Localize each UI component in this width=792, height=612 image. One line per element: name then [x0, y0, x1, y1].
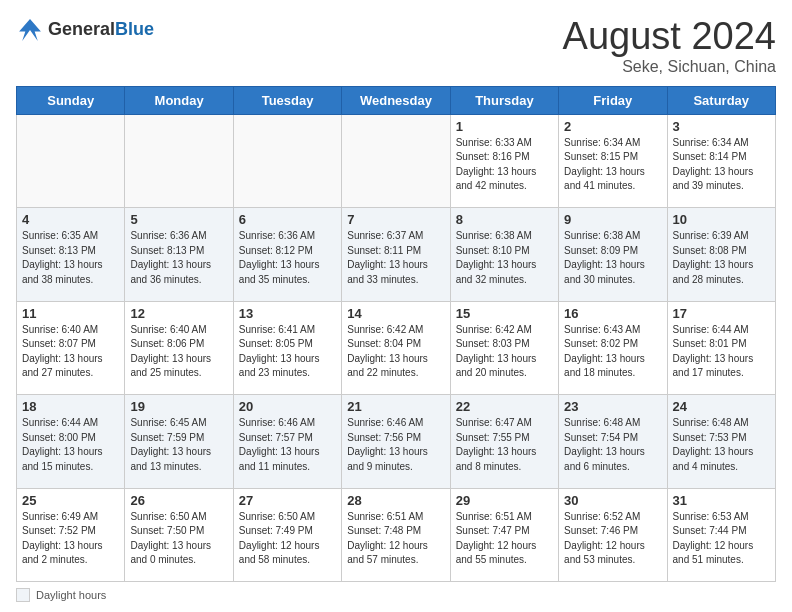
- day-info: Sunrise: 6:45 AM Sunset: 7:59 PM Dayligh…: [130, 416, 227, 474]
- day-info: Sunrise: 6:41 AM Sunset: 8:05 PM Dayligh…: [239, 323, 336, 381]
- day-number: 1: [456, 119, 553, 134]
- day-number: 27: [239, 493, 336, 508]
- day-number: 3: [673, 119, 770, 134]
- calendar-cell: 23Sunrise: 6:48 AM Sunset: 7:54 PM Dayli…: [559, 395, 667, 488]
- logo-general-text: General: [48, 19, 115, 39]
- calendar-week-4: 18Sunrise: 6:44 AM Sunset: 8:00 PM Dayli…: [17, 395, 776, 488]
- day-number: 9: [564, 212, 661, 227]
- day-number: 13: [239, 306, 336, 321]
- day-info: Sunrise: 6:51 AM Sunset: 7:48 PM Dayligh…: [347, 510, 444, 568]
- page-header: GeneralBlue August 2024 Seke, Sichuan, C…: [16, 16, 776, 76]
- day-number: 28: [347, 493, 444, 508]
- day-number: 12: [130, 306, 227, 321]
- day-number: 29: [456, 493, 553, 508]
- day-info: Sunrise: 6:34 AM Sunset: 8:15 PM Dayligh…: [564, 136, 661, 194]
- day-info: Sunrise: 6:40 AM Sunset: 8:07 PM Dayligh…: [22, 323, 119, 381]
- calendar-cell: 30Sunrise: 6:52 AM Sunset: 7:46 PM Dayli…: [559, 488, 667, 581]
- day-info: Sunrise: 6:33 AM Sunset: 8:16 PM Dayligh…: [456, 136, 553, 194]
- day-info: Sunrise: 6:52 AM Sunset: 7:46 PM Dayligh…: [564, 510, 661, 568]
- day-number: 6: [239, 212, 336, 227]
- day-number: 15: [456, 306, 553, 321]
- month-title: August 2024: [563, 16, 776, 58]
- calendar-cell: 7Sunrise: 6:37 AM Sunset: 8:11 PM Daylig…: [342, 208, 450, 301]
- day-info: Sunrise: 6:44 AM Sunset: 8:01 PM Dayligh…: [673, 323, 770, 381]
- day-info: Sunrise: 6:34 AM Sunset: 8:14 PM Dayligh…: [673, 136, 770, 194]
- calendar-cell: 16Sunrise: 6:43 AM Sunset: 8:02 PM Dayli…: [559, 301, 667, 394]
- day-info: Sunrise: 6:50 AM Sunset: 7:50 PM Dayligh…: [130, 510, 227, 568]
- calendar-header-tuesday: Tuesday: [233, 86, 341, 114]
- calendar-cell: 13Sunrise: 6:41 AM Sunset: 8:05 PM Dayli…: [233, 301, 341, 394]
- calendar-cell: [342, 114, 450, 207]
- calendar-header-friday: Friday: [559, 86, 667, 114]
- svg-marker-0: [19, 19, 41, 41]
- calendar-cell: 20Sunrise: 6:46 AM Sunset: 7:57 PM Dayli…: [233, 395, 341, 488]
- day-info: Sunrise: 6:37 AM Sunset: 8:11 PM Dayligh…: [347, 229, 444, 287]
- calendar-cell: [17, 114, 125, 207]
- calendar-cell: 5Sunrise: 6:36 AM Sunset: 8:13 PM Daylig…: [125, 208, 233, 301]
- footer-label: Daylight hours: [36, 589, 106, 601]
- day-info: Sunrise: 6:44 AM Sunset: 8:00 PM Dayligh…: [22, 416, 119, 474]
- day-info: Sunrise: 6:53 AM Sunset: 7:44 PM Dayligh…: [673, 510, 770, 568]
- day-info: Sunrise: 6:48 AM Sunset: 7:53 PM Dayligh…: [673, 416, 770, 474]
- day-number: 11: [22, 306, 119, 321]
- logo: GeneralBlue: [16, 16, 154, 44]
- day-number: 14: [347, 306, 444, 321]
- calendar-table: SundayMondayTuesdayWednesdayThursdayFrid…: [16, 86, 776, 582]
- day-info: Sunrise: 6:39 AM Sunset: 8:08 PM Dayligh…: [673, 229, 770, 287]
- calendar-header-thursday: Thursday: [450, 86, 558, 114]
- calendar-cell: 12Sunrise: 6:40 AM Sunset: 8:06 PM Dayli…: [125, 301, 233, 394]
- logo-blue-text: Blue: [115, 19, 154, 39]
- footer-shade-box: [16, 588, 30, 602]
- calendar-cell: 25Sunrise: 6:49 AM Sunset: 7:52 PM Dayli…: [17, 488, 125, 581]
- calendar-cell: 29Sunrise: 6:51 AM Sunset: 7:47 PM Dayli…: [450, 488, 558, 581]
- day-number: 8: [456, 212, 553, 227]
- day-number: 2: [564, 119, 661, 134]
- day-number: 24: [673, 399, 770, 414]
- location: Seke, Sichuan, China: [563, 58, 776, 76]
- calendar-cell: [233, 114, 341, 207]
- calendar-header-wednesday: Wednesday: [342, 86, 450, 114]
- title-block: August 2024 Seke, Sichuan, China: [563, 16, 776, 76]
- day-number: 17: [673, 306, 770, 321]
- day-info: Sunrise: 6:35 AM Sunset: 8:13 PM Dayligh…: [22, 229, 119, 287]
- day-number: 16: [564, 306, 661, 321]
- day-number: 23: [564, 399, 661, 414]
- day-number: 5: [130, 212, 227, 227]
- calendar-cell: 8Sunrise: 6:38 AM Sunset: 8:10 PM Daylig…: [450, 208, 558, 301]
- calendar-cell: 22Sunrise: 6:47 AM Sunset: 7:55 PM Dayli…: [450, 395, 558, 488]
- calendar-cell: 4Sunrise: 6:35 AM Sunset: 8:13 PM Daylig…: [17, 208, 125, 301]
- calendar-week-5: 25Sunrise: 6:49 AM Sunset: 7:52 PM Dayli…: [17, 488, 776, 581]
- day-number: 21: [347, 399, 444, 414]
- day-info: Sunrise: 6:46 AM Sunset: 7:57 PM Dayligh…: [239, 416, 336, 474]
- calendar-header-row: SundayMondayTuesdayWednesdayThursdayFrid…: [17, 86, 776, 114]
- day-info: Sunrise: 6:36 AM Sunset: 8:13 PM Dayligh…: [130, 229, 227, 287]
- calendar-header-monday: Monday: [125, 86, 233, 114]
- calendar-cell: 27Sunrise: 6:50 AM Sunset: 7:49 PM Dayli…: [233, 488, 341, 581]
- day-number: 22: [456, 399, 553, 414]
- day-info: Sunrise: 6:46 AM Sunset: 7:56 PM Dayligh…: [347, 416, 444, 474]
- calendar-header-saturday: Saturday: [667, 86, 775, 114]
- day-info: Sunrise: 6:48 AM Sunset: 7:54 PM Dayligh…: [564, 416, 661, 474]
- day-number: 4: [22, 212, 119, 227]
- calendar-cell: 28Sunrise: 6:51 AM Sunset: 7:48 PM Dayli…: [342, 488, 450, 581]
- footer: Daylight hours: [16, 588, 776, 602]
- calendar-cell: 24Sunrise: 6:48 AM Sunset: 7:53 PM Dayli…: [667, 395, 775, 488]
- day-number: 30: [564, 493, 661, 508]
- day-number: 25: [22, 493, 119, 508]
- day-number: 10: [673, 212, 770, 227]
- calendar-week-1: 1Sunrise: 6:33 AM Sunset: 8:16 PM Daylig…: [17, 114, 776, 207]
- day-info: Sunrise: 6:51 AM Sunset: 7:47 PM Dayligh…: [456, 510, 553, 568]
- day-number: 18: [22, 399, 119, 414]
- day-number: 19: [130, 399, 227, 414]
- day-info: Sunrise: 6:49 AM Sunset: 7:52 PM Dayligh…: [22, 510, 119, 568]
- calendar-cell: 1Sunrise: 6:33 AM Sunset: 8:16 PM Daylig…: [450, 114, 558, 207]
- calendar-cell: [125, 114, 233, 207]
- day-info: Sunrise: 6:42 AM Sunset: 8:04 PM Dayligh…: [347, 323, 444, 381]
- day-info: Sunrise: 6:38 AM Sunset: 8:10 PM Dayligh…: [456, 229, 553, 287]
- calendar-cell: 31Sunrise: 6:53 AM Sunset: 7:44 PM Dayli…: [667, 488, 775, 581]
- day-info: Sunrise: 6:38 AM Sunset: 8:09 PM Dayligh…: [564, 229, 661, 287]
- day-number: 26: [130, 493, 227, 508]
- day-number: 20: [239, 399, 336, 414]
- day-info: Sunrise: 6:50 AM Sunset: 7:49 PM Dayligh…: [239, 510, 336, 568]
- calendar-cell: 21Sunrise: 6:46 AM Sunset: 7:56 PM Dayli…: [342, 395, 450, 488]
